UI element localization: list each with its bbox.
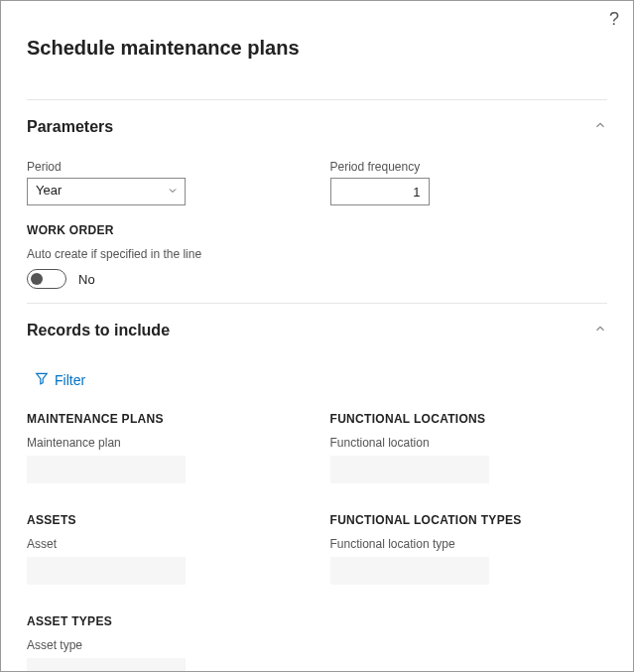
parameters-title: Parameters <box>27 118 113 136</box>
parameters-body: Period Year WORK ORDER Auto create if sp… <box>27 160 607 289</box>
auto-create-label: Auto create if specified in the line <box>27 247 305 261</box>
parameters-section: Parameters Period Year <box>27 99 607 303</box>
chevron-down-icon <box>167 183 179 201</box>
work-order-header: WORK ORDER <box>27 223 305 237</box>
maintenance-plan-input[interactable] <box>27 456 186 483</box>
dialog-content: Schedule maintenance plans Parameters Pe… <box>1 1 633 672</box>
functional-location-type-input[interactable] <box>330 557 489 585</box>
functional-locations-group: FUNCTIONAL LOCATIONS Functional location <box>330 412 608 483</box>
filter-icon <box>35 371 49 388</box>
auto-create-toggle[interactable] <box>27 269 66 289</box>
period-select[interactable]: Year <box>27 178 186 205</box>
functional-location-types-group: FUNCTIONAL LOCATION TYPES Functional loc… <box>330 513 608 585</box>
asset-types-group: ASSET TYPES Asset type <box>27 614 305 672</box>
filter-button[interactable]: Filter <box>27 367 89 392</box>
period-label: Period <box>27 160 305 174</box>
asset-input[interactable] <box>27 557 186 585</box>
asset-types-header: ASSET TYPES <box>27 614 305 628</box>
maintenance-plans-header: MAINTENANCE PLANS <box>27 412 305 426</box>
auto-create-value: No <box>78 272 95 287</box>
svg-marker-0 <box>37 373 48 384</box>
functional-location-field-label: Functional location <box>330 436 608 450</box>
maintenance-plan-field-label: Maintenance plan <box>27 436 305 450</box>
records-body: Filter MAINTENANCE PLANS Maintenance pla… <box>27 363 607 672</box>
filter-label: Filter <box>55 372 85 388</box>
records-title: Records to include <box>27 322 170 339</box>
asset-type-field-label: Asset type <box>27 638 305 652</box>
functional-location-input[interactable] <box>330 456 489 483</box>
assets-group: ASSETS Asset <box>27 513 305 585</box>
maintenance-plans-group: MAINTENANCE PLANS Maintenance plan <box>27 412 305 483</box>
chevron-up-icon <box>593 118 607 136</box>
parameters-section-header[interactable]: Parameters <box>27 118 607 136</box>
functional-location-type-field-label: Functional location type <box>330 537 608 551</box>
toggle-knob <box>31 273 43 285</box>
period-frequency-input[interactable] <box>330 178 430 205</box>
help-icon[interactable]: ? <box>609 9 619 30</box>
records-section: Records to include Filter MAINTENANCE PL… <box>27 303 607 672</box>
records-section-header[interactable]: Records to include <box>27 322 607 339</box>
assets-header: ASSETS <box>27 513 305 527</box>
period-value: Year <box>28 179 185 202</box>
dialog-title: Schedule maintenance plans <box>27 37 607 60</box>
asset-type-input[interactable] <box>27 658 186 672</box>
chevron-up-icon <box>593 322 607 339</box>
period-frequency-label: Period frequency <box>330 160 608 174</box>
functional-location-types-header: FUNCTIONAL LOCATION TYPES <box>330 513 608 527</box>
functional-locations-header: FUNCTIONAL LOCATIONS <box>330 412 608 426</box>
asset-field-label: Asset <box>27 537 305 551</box>
